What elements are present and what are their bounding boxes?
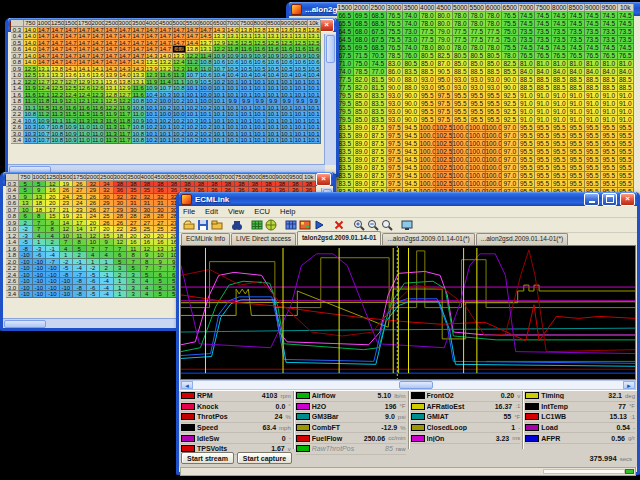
table-cell[interactable]: 90.0: [387, 84, 404, 92]
table-cell[interactable]: 90.0: [403, 108, 420, 116]
table-cell[interactable]: 5: [154, 291, 168, 298]
table-cell[interactable]: 95.5: [453, 108, 470, 116]
scroll-right-icon[interactable]: ►: [623, 381, 635, 389]
table-cell[interactable]: 88.5: [568, 76, 585, 84]
readout-inttemp[interactable]: IntTemp77°F: [525, 402, 635, 413]
table-cell[interactable]: 95.5: [568, 172, 585, 180]
table-cell[interactable]: 88.5: [552, 76, 569, 84]
table-cell[interactable]: 75.0: [502, 36, 519, 44]
table-cell[interactable]: 83.5: [370, 108, 387, 116]
table-cell[interactable]: 84.0: [535, 68, 552, 76]
window-ecmlink[interactable]: ECMLink × FileEditViewECUHelp ECMLink In…: [176, 192, 640, 475]
table-cell[interactable]: 95.5: [585, 132, 602, 140]
table-cell[interactable]: 75.5: [387, 36, 404, 44]
table-cell[interactable]: 10.1: [308, 137, 322, 144]
table-cell[interactable]: 97.5: [436, 116, 453, 124]
table-cell[interactable]: 91.0: [568, 116, 585, 124]
readout-throtpos[interactable]: ThrotPos24%: [181, 412, 291, 423]
table-cell[interactable]: 82.0: [354, 76, 371, 84]
table-cell[interactable]: 83.5: [337, 140, 354, 148]
table-cell[interactable]: 94.5: [403, 156, 420, 164]
table-cell[interactable]: 95.5: [601, 148, 618, 156]
table-cell[interactable]: 91.0: [552, 100, 569, 108]
table-cell[interactable]: 3: [127, 291, 141, 298]
table-cell[interactable]: 10.1: [240, 137, 254, 144]
table-cell[interactable]: 87.0: [436, 60, 453, 68]
table-cell[interactable]: 91.0: [552, 108, 569, 116]
delete-icon[interactable]: [332, 219, 345, 232]
table-cell[interactable]: 77.5: [420, 36, 437, 44]
table-cell[interactable]: 89.0: [354, 132, 371, 140]
table-cell[interactable]: 91.0: [535, 92, 552, 100]
table-cell[interactable]: 73.5: [535, 28, 552, 36]
table-cell[interactable]: 85.0: [486, 60, 503, 68]
table-cell[interactable]: 93.0: [486, 76, 503, 84]
table-cell[interactable]: 97.5: [387, 164, 404, 172]
table-cell[interactable]: 95.5: [618, 156, 635, 164]
table-cell[interactable]: 74.0: [403, 20, 420, 28]
table-cell[interactable]: 65.5: [337, 20, 354, 28]
table-cell[interactable]: 97.5: [387, 124, 404, 132]
table-cell[interactable]: 88.5: [469, 68, 486, 76]
table-cell[interactable]: 10.3: [24, 137, 38, 144]
table-cell[interactable]: 73.5: [601, 36, 618, 44]
table-cell[interactable]: 74.5: [618, 12, 635, 20]
table-cell[interactable]: -10: [33, 291, 47, 298]
table-cell[interactable]: 87.5: [370, 180, 387, 188]
table-cell[interactable]: 88.0: [403, 76, 420, 84]
table-cell[interactable]: 100.0: [469, 156, 486, 164]
table-cell[interactable]: 91.0: [535, 108, 552, 116]
table-cell[interactable]: 93.0: [387, 116, 404, 124]
table-cell[interactable]: 95.5: [535, 124, 552, 132]
table-cell[interactable]: 71.0: [337, 60, 354, 68]
table-cell[interactable]: 88.5: [601, 76, 618, 84]
table-cell[interactable]: 80.0: [436, 20, 453, 28]
table-cell[interactable]: 100.0: [453, 164, 470, 172]
table-cell[interactable]: 94.5: [403, 172, 420, 180]
readout-speed[interactable]: Speed63.4mph: [181, 423, 291, 434]
table-cell[interactable]: 94.5: [403, 124, 420, 132]
menu-help[interactable]: Help: [280, 207, 295, 216]
table-cell[interactable]: 100.0: [453, 172, 470, 180]
table-cell[interactable]: 70.5: [370, 52, 387, 60]
table-cell[interactable]: 80.5: [403, 60, 420, 68]
table-cell[interactable]: 95.5: [585, 156, 602, 164]
table-cell[interactable]: 74.5: [519, 12, 536, 20]
table-cell[interactable]: 93.0: [453, 84, 470, 92]
table-cell[interactable]: 89.0: [354, 156, 371, 164]
table-cell[interactable]: 95.5: [585, 172, 602, 180]
table-cell[interactable]: 91.0: [585, 108, 602, 116]
table-cell[interactable]: 100.0: [486, 156, 503, 164]
table-cell[interactable]: 74.5: [585, 44, 602, 52]
table-cell[interactable]: 83.5: [403, 68, 420, 76]
table-cell[interactable]: 95.5: [601, 156, 618, 164]
table-cell[interactable]: 95.5: [420, 100, 437, 108]
run-icon[interactable]: [312, 219, 325, 232]
table-cell[interactable]: 102.5: [436, 164, 453, 172]
table-cell[interactable]: 95.5: [535, 180, 552, 188]
table-cell[interactable]: 95.5: [618, 164, 635, 172]
table-cell[interactable]: 10.1: [294, 137, 308, 144]
table-cell[interactable]: 81.5: [370, 84, 387, 92]
table-cell[interactable]: 68.5: [370, 12, 387, 20]
table-cell[interactable]: 74.0: [337, 68, 354, 76]
table-cell[interactable]: 93.0: [469, 84, 486, 92]
tm-close-icon[interactable]: ×: [316, 173, 331, 186]
table-cell[interactable]: 95.5: [552, 172, 569, 180]
table-cell[interactable]: 95.5: [552, 148, 569, 156]
table-cell[interactable]: -10: [60, 291, 74, 298]
table-cell[interactable]: 95.5: [469, 100, 486, 108]
table-cell[interactable]: 95.5: [552, 132, 569, 140]
table-cell[interactable]: 92.5: [502, 92, 519, 100]
table-cell[interactable]: 83.5: [370, 92, 387, 100]
table-cell[interactable]: 95.5: [519, 164, 536, 172]
table-cell[interactable]: 14.6: [173, 46, 187, 53]
table-cell[interactable]: 74.5: [552, 44, 569, 52]
table-cell[interactable]: 102.5: [436, 140, 453, 148]
table-cell[interactable]: 97.0: [502, 124, 519, 132]
readout-afpr[interactable]: AFPR0.56g/r: [525, 433, 635, 444]
table-cell[interactable]: 75.0: [502, 28, 519, 36]
readout-fuelflow[interactable]: FuelFlow250.06cc/min: [296, 433, 406, 444]
table-cell[interactable]: 87.5: [370, 156, 387, 164]
table-cell[interactable]: 95.5: [535, 156, 552, 164]
